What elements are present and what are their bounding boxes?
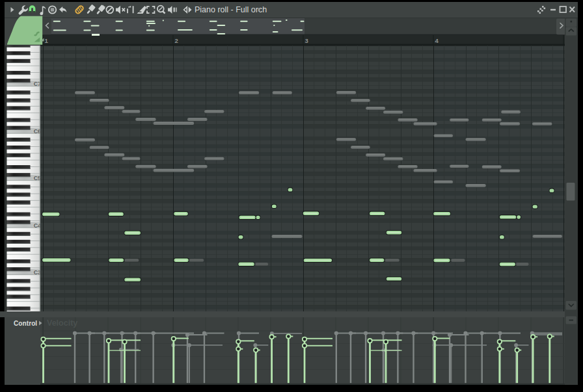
svg-text:3: 3 <box>305 37 308 44</box>
svg-text:4: 4 <box>435 37 439 44</box>
svg-text:Velocity: Velocity <box>47 319 77 328</box>
svg-text:2: 2 <box>175 37 178 44</box>
svg-text:1: 1 <box>45 37 49 44</box>
svg-text:Piano roll - Full orch: Piano roll - Full orch <box>195 5 267 14</box>
